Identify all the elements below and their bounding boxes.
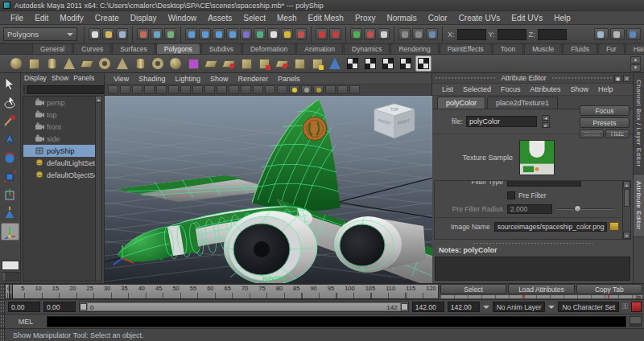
outliner-menu-show[interactable]: Show — [52, 74, 68, 83]
menu-file[interactable]: File — [5, 14, 29, 23]
platonic-solids-icon[interactable] — [185, 55, 201, 72]
menu-edit[interactable]: Edit — [29, 14, 54, 23]
snap-to-surface-icon[interactable] — [240, 28, 252, 40]
soft-modification-tool[interactable] — [1, 204, 19, 222]
outliner-search-input[interactable] — [27, 85, 117, 94]
shelf-tab-toon[interactable]: Toon — [493, 43, 523, 54]
viewport-menu-shading[interactable]: Shading — [134, 75, 169, 83]
browse-folder-icon[interactable] — [609, 222, 619, 231]
snap-magnet-icon[interactable] — [316, 28, 328, 40]
shelf-tab-surfaces[interactable]: Surfaces — [112, 43, 155, 54]
attribute-editor-header[interactable]: Attribute Editor ▣ ✕ — [432, 73, 633, 84]
copy-tab-button[interactable]: Copy Tab — [576, 284, 642, 294]
range-start-handle[interactable] — [80, 303, 87, 310]
viewport-menu-renderer[interactable]: Renderer — [233, 75, 272, 83]
isolate-select-icon[interactable] — [265, 85, 275, 94]
uv-texture-editor-icon[interactable] — [415, 55, 431, 72]
snap-to-grid-icon[interactable] — [185, 28, 197, 40]
side-tab-channel-box-layer-editor[interactable]: Channel Box / Layer Editor — [634, 73, 644, 175]
outliner-item-front[interactable]: front — [23, 121, 101, 133]
menu-help[interactable]: Help — [548, 14, 576, 23]
panel-drag-handle[interactable] — [435, 76, 496, 80]
snapshot-icon[interactable] — [337, 85, 348, 94]
shelf-tab-painteffects[interactable]: PaintEffects — [440, 43, 492, 54]
script-editor-icon[interactable] — [630, 316, 642, 327]
help-icon[interactable] — [267, 28, 279, 40]
sculpt-geometry-icon[interactable] — [203, 55, 219, 72]
mirror-geometry-icon[interactable] — [221, 55, 237, 72]
snap-to-plane-icon[interactable] — [226, 28, 238, 40]
panel-drag-handle[interactable] — [551, 76, 613, 80]
help-line-drag-handle[interactable] — [0, 329, 5, 341]
z-input[interactable] — [538, 29, 567, 40]
outliner-item-persp[interactable]: persp — [23, 97, 101, 109]
uv-cylindrical-mapping-icon[interactable] — [362, 55, 378, 72]
animation-end-field[interactable]: 142.00 — [448, 302, 480, 312]
current-time-indicator[interactable]: 0 — [9, 285, 13, 298]
scroll-up-icon[interactable]: ▲ — [623, 181, 630, 188]
menu-set-dropdown[interactable]: Polygons — [3, 27, 77, 41]
construction-history-in-icon[interactable] — [350, 28, 362, 40]
float-panel-icon[interactable]: ▣ — [614, 75, 621, 82]
ipr-render-icon[interactable] — [412, 28, 424, 40]
time-slider-continuation[interactable]: ≫ — [440, 295, 642, 298]
xray-icon[interactable] — [277, 85, 287, 94]
outliner-item-defaultobjectset[interactable]: defaultObjectSet — [23, 169, 101, 181]
shelf-tab-animation[interactable]: Animation — [296, 43, 343, 54]
playback-end-field[interactable]: 142.00 — [412, 302, 444, 312]
uv-spherical-mapping-icon[interactable] — [380, 55, 396, 72]
file-node-name-field[interactable]: polyColor — [466, 116, 537, 127]
shelf-tab-curves[interactable]: Curves — [73, 43, 111, 54]
ae-menu-attributes[interactable]: Attributes — [527, 85, 564, 93]
snap-to-point-icon[interactable] — [213, 28, 225, 40]
menu-assets[interactable]: Assets — [202, 14, 237, 23]
render-settings-icon[interactable] — [426, 28, 438, 40]
textured-mode-icon[interactable] — [192, 85, 203, 94]
construction-history-out-icon[interactable] — [364, 28, 376, 40]
menu-display[interactable]: Display — [125, 14, 163, 23]
camera-lock-icon[interactable] — [120, 85, 130, 94]
snap-magnet-alt-icon[interactable] — [329, 28, 341, 40]
shelf-tab-polygons[interactable]: Polygons — [156, 43, 200, 54]
animation-start-field[interactable]: 0.00 — [8, 302, 40, 312]
save-scene-icon[interactable] — [116, 28, 128, 40]
ae-menu-show[interactable]: Show — [568, 85, 592, 93]
character-set-dropdown[interactable]: No Character Set — [558, 302, 619, 312]
select-hierarchy-icon[interactable] — [137, 28, 149, 40]
shelf-tab-dynamics[interactable]: Dynamics — [344, 43, 390, 54]
menu-edit-mesh[interactable]: Edit Mesh — [302, 14, 349, 23]
motion-blur-icon[interactable] — [241, 85, 251, 94]
scroll-up-icon[interactable]: ▲ — [96, 97, 101, 103]
no-light-icon[interactable] — [313, 85, 324, 94]
ae-menu-selected[interactable]: Selected — [460, 85, 494, 93]
poly-cone-icon[interactable] — [61, 55, 77, 72]
open-scene-icon[interactable] — [102, 28, 114, 40]
pre-filter-radius-slider[interactable] — [557, 204, 614, 214]
shelf-tab-subdivs[interactable]: Subdivs — [201, 43, 242, 54]
paint-select-tool[interactable] — [1, 112, 19, 129]
multisample-icon[interactable] — [253, 85, 263, 94]
range-slider[interactable]: 0 142 — [79, 302, 409, 312]
uv-planar-mapping-icon[interactable] — [345, 55, 361, 72]
menu-create-uvs[interactable]: Create UVs — [453, 14, 506, 23]
command-line-input[interactable] — [47, 316, 626, 327]
scrollbar-thumb[interactable] — [624, 189, 630, 207]
attribute-editor-toggle-icon[interactable] — [626, 28, 641, 40]
title-bar[interactable]: Autodesk Maya 2011 x64: C:\Users\cmalerc… — [0, 0, 644, 11]
side-tab-attribute-editor[interactable]: Attribute Editor — [634, 175, 644, 237]
viewport-menu-panels[interactable]: Panels — [274, 75, 304, 83]
pre-filter-checkbox[interactable] — [507, 191, 515, 199]
y-input[interactable] — [497, 29, 526, 40]
menu-edit-uvs[interactable]: Edit UVs — [506, 14, 548, 23]
range-drag-handle[interactable] — [0, 300, 5, 314]
image-plane-icon[interactable] — [144, 85, 155, 94]
make-live-icon[interactable] — [254, 28, 266, 40]
attributes-scrollbar[interactable]: ▲ ▼ — [622, 181, 630, 239]
select-object-icon[interactable] — [151, 28, 163, 40]
poly-sphere-icon[interactable] — [8, 55, 24, 72]
viewport-menu-lighting[interactable]: Lighting — [171, 75, 204, 83]
playback-start-field[interactable]: 0.00 — [43, 302, 76, 312]
last-tool-slot[interactable] — [1, 241, 19, 259]
filter-type-dropdown[interactable] — [507, 180, 581, 187]
notes-textarea[interactable] — [435, 257, 630, 281]
